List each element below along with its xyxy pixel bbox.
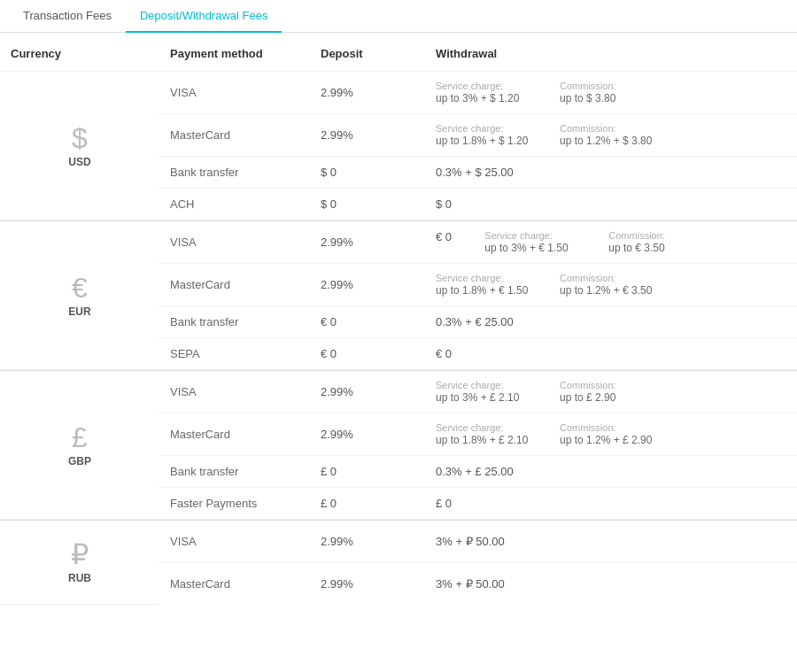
service-charge-label: Service charge: bbox=[436, 81, 533, 91]
withdrawal-cell: 3% + ₽ 50.00 bbox=[425, 521, 797, 563]
fees-content: Currency Payment method Deposit Withdraw… bbox=[0, 33, 797, 605]
col-currency: Currency bbox=[0, 33, 159, 72]
withdrawal-cell: € 0 bbox=[425, 338, 797, 370]
payment-method-cell: Bank transfer bbox=[159, 306, 310, 338]
deposit-cell: £ 0 bbox=[310, 456, 425, 488]
table-row: ₽ RUB VISA2.99%3% + ₽ 50.00 bbox=[0, 521, 797, 563]
withdrawal-cell: $ 0 bbox=[425, 189, 797, 220]
withdrawal-cell: Service charge: up to 3% + $ 1.20 Commis… bbox=[425, 72, 797, 114]
currency-code: USD bbox=[21, 156, 138, 168]
withdrawal-value: 0.3% + £ 25.00 bbox=[436, 465, 514, 478]
service-charge-block: Service charge: up to 1.8% + € 1.50 bbox=[436, 273, 533, 297]
payment-method-cell: VISA bbox=[159, 371, 310, 413]
fees-table: Currency Payment method Deposit Withdraw… bbox=[0, 33, 797, 605]
deposit-cell: 2.99% bbox=[310, 371, 425, 413]
tab-deposit-withdrawal-fees[interactable]: Deposit/Withdrawal Fees bbox=[126, 0, 282, 33]
withdrawal-cell: 0.3% + € 25.00 bbox=[425, 306, 797, 338]
deposit-cell: 2.99% bbox=[310, 114, 425, 157]
col-payment-method: Payment method bbox=[159, 33, 310, 72]
table-row: $ USD VISA2.99% Service charge: up to 3%… bbox=[0, 72, 797, 114]
payment-method-cell: VISA bbox=[159, 521, 310, 563]
withdrawal-value: 3% + ₽ 50.00 bbox=[436, 577, 505, 591]
currency-symbol: ₽ bbox=[21, 540, 138, 568]
tab-transaction-fees[interactable]: Transaction Fees bbox=[9, 0, 126, 33]
payment-method-cell: Bank transfer bbox=[159, 456, 310, 488]
service-charge-value: up to 1.8% + £ 2.10 bbox=[436, 434, 533, 446]
deposit-cell: $ 0 bbox=[310, 157, 425, 189]
service-charge-value: up to 3% + £ 2.10 bbox=[436, 391, 533, 404]
currency-cell: £ GBP bbox=[0, 371, 159, 520]
service-charge-label: Service charge: bbox=[436, 380, 533, 390]
withdrawal-value: € 0 bbox=[436, 347, 452, 360]
commission-value: up to 1.2% + € 3.50 bbox=[560, 284, 657, 297]
commission-value: up to £ 2.90 bbox=[560, 391, 657, 404]
withdrawal-value: 3% + ₽ 50.00 bbox=[436, 535, 505, 548]
commission-block: Commission: up to 1.2% + $ 3.80 bbox=[560, 123, 657, 147]
payment-method-cell: SEPA bbox=[159, 338, 310, 370]
deposit-cell: 2.99% bbox=[310, 562, 425, 604]
payment-method-cell: VISA bbox=[159, 221, 310, 264]
commission-block: Commission: up to £ 2.90 bbox=[560, 380, 657, 404]
payment-method-cell: Bank transfer bbox=[159, 157, 310, 189]
service-charge-value: up to 3% + € 1.50 bbox=[484, 242, 582, 254]
withdrawal-value: 0.3% + $ 25.00 bbox=[436, 166, 514, 179]
commission-block: Commission: up to € 3.50 bbox=[608, 230, 706, 254]
col-deposit: Deposit bbox=[310, 33, 425, 72]
currency-symbol: $ bbox=[21, 124, 138, 152]
tabs-container: Transaction Fees Deposit/Withdrawal Fees bbox=[0, 0, 797, 33]
currency-code: RUB bbox=[21, 572, 138, 584]
withdrawal-cell: £ 0 bbox=[425, 488, 797, 520]
service-charge-block: Service charge: up to 1.8% + £ 2.10 bbox=[436, 422, 533, 446]
commission-value: up to € 3.50 bbox=[608, 242, 706, 254]
commission-label: Commission: bbox=[560, 273, 657, 283]
service-charge-block: Service charge: up to 3% + € 1.50 bbox=[484, 230, 582, 254]
commission-label: Commission: bbox=[560, 123, 657, 134]
deposit-cell: £ 0 bbox=[310, 488, 425, 520]
service-charge-value: up to 1.8% + $ 1.20 bbox=[436, 135, 533, 147]
commission-label: Commission: bbox=[560, 422, 657, 433]
withdrawal-cell: 3% + ₽ 50.00 bbox=[425, 562, 797, 604]
service-charge-label: Service charge: bbox=[484, 230, 582, 241]
deposit-cell: 2.99% bbox=[310, 521, 425, 563]
withdrawal-prefix: € 0 bbox=[436, 230, 458, 254]
currency-cell: $ USD bbox=[0, 72, 159, 220]
payment-method-cell: MasterCard bbox=[159, 264, 310, 306]
deposit-cell: 2.99% bbox=[310, 72, 425, 114]
deposit-cell: € 0 bbox=[310, 338, 425, 370]
tab-bar: Transaction Fees Deposit/Withdrawal Fees bbox=[0, 0, 797, 33]
withdrawal-value: $ 0 bbox=[436, 197, 452, 211]
deposit-cell: $ 0 bbox=[310, 189, 425, 220]
withdrawal-cell: 0.3% + £ 25.00 bbox=[425, 456, 797, 488]
payment-method-cell: ACH bbox=[159, 189, 310, 220]
table-row: £ GBP VISA2.99% Service charge: up to 3%… bbox=[0, 371, 797, 413]
currency-code: EUR bbox=[21, 305, 138, 318]
withdrawal-cell: Service charge: up to 1.8% + $ 1.20 Comm… bbox=[425, 114, 797, 157]
commission-value: up to 1.2% + £ 2.90 bbox=[560, 434, 657, 446]
service-charge-value: up to 1.8% + € 1.50 bbox=[436, 284, 533, 297]
table-header-row: Currency Payment method Deposit Withdraw… bbox=[0, 33, 797, 72]
table-row: € EUR VISA2.99%€ 0 Service charge: up to… bbox=[0, 221, 797, 264]
deposit-cell: 2.99% bbox=[310, 413, 425, 456]
deposit-cell: € 0 bbox=[310, 306, 425, 338]
currency-cell: € EUR bbox=[0, 221, 159, 370]
withdrawal-cell: Service charge: up to 1.8% + € 1.50 Comm… bbox=[425, 264, 797, 306]
commission-label: Commission: bbox=[560, 380, 657, 390]
service-charge-label: Service charge: bbox=[436, 123, 533, 134]
col-withdrawal: Withdrawal bbox=[425, 33, 797, 72]
service-charge-block: Service charge: up to 1.8% + $ 1.20 bbox=[436, 123, 533, 147]
commission-block: Commission: up to $ 3.80 bbox=[560, 81, 657, 104]
withdrawal-cell: € 0 Service charge: up to 3% + € 1.50 Co… bbox=[425, 221, 797, 264]
service-charge-block: Service charge: up to 3% + £ 2.10 bbox=[436, 380, 533, 404]
withdrawal-value: 0.3% + € 25.00 bbox=[436, 315, 514, 328]
deposit-cell: 2.99% bbox=[310, 221, 425, 264]
currency-cell: ₽ RUB bbox=[0, 521, 159, 605]
deposit-cell: 2.99% bbox=[310, 264, 425, 306]
currency-code: GBP bbox=[21, 455, 138, 467]
commission-block: Commission: up to 1.2% + £ 2.90 bbox=[560, 422, 657, 446]
payment-method-cell: Faster Payments bbox=[159, 488, 310, 520]
payment-method-cell: MasterCard bbox=[159, 413, 310, 456]
commission-label: Commission: bbox=[560, 81, 657, 91]
withdrawal-value: £ 0 bbox=[436, 497, 452, 510]
currency-symbol: € bbox=[21, 274, 138, 302]
payment-method-cell: MasterCard bbox=[159, 562, 310, 604]
